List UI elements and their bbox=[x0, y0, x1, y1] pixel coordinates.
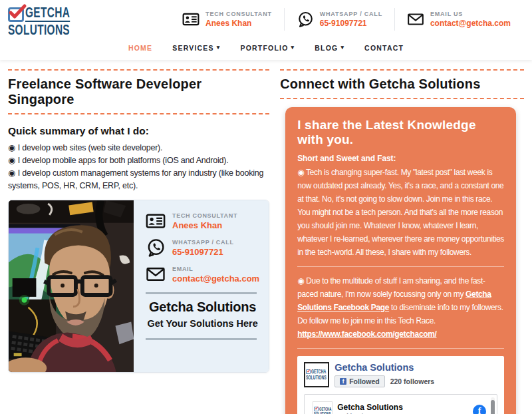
profile-photo bbox=[9, 200, 134, 372]
summary-bullet: ◉I develop custom management systems for… bbox=[8, 167, 269, 192]
page-title: Freelance Software Developer Singapore bbox=[8, 75, 269, 109]
site-header: GETCHA SOLUTIONS TECH CONSULTANT Anees K… bbox=[0, 0, 532, 60]
header-contact-email: EMAIL US contact@getcha.com bbox=[395, 11, 523, 28]
whatsapp-icon bbox=[146, 238, 166, 258]
contact-label: WHATSAPP / CALL bbox=[172, 239, 234, 246]
brand-name-line2: SOLUTIONS bbox=[8, 23, 70, 37]
card-contact-whatsapp: WHATSAPP / CALL 65-91097721 bbox=[146, 238, 259, 258]
post-avatar: ✓GETCHA SOLUTIONS bbox=[313, 401, 332, 414]
facebook-logo-icon[interactable]: f bbox=[473, 405, 486, 414]
profile-card: TECH CONSULTANT Anees Khan WHATSAPP / CA… bbox=[8, 200, 269, 373]
summary-bullet: ◉I develop web sites (web site developer… bbox=[8, 142, 269, 154]
bullet-icon: ◉ bbox=[8, 168, 15, 178]
dashed-divider bbox=[8, 69, 269, 71]
header-contact-consultant: TECH CONSULTANT Anees Khan bbox=[170, 11, 284, 28]
facebook-icon: f bbox=[340, 378, 346, 385]
contact-label: TECH CONSULTANT bbox=[205, 11, 272, 17]
consultant-name-link[interactable]: Anees Khan bbox=[172, 220, 237, 230]
summary-heading: Quick summary of what I do: bbox=[8, 125, 269, 137]
contact-label: WHATSAPP / CALL bbox=[320, 11, 382, 17]
header-contacts: TECH CONSULTANT Anees Khan WHATSAPP / CA… bbox=[170, 4, 523, 31]
main-content: Freelance Software Developer Singapore Q… bbox=[0, 60, 532, 414]
nav-blog[interactable]: BLOG▾ bbox=[315, 44, 344, 52]
logo-checkbox-icon: ✓ bbox=[314, 407, 319, 411]
contact-label: EMAIL bbox=[172, 266, 259, 272]
post-header: ✓GETCHA SOLUTIONS Getcha Solutions on Mo… bbox=[313, 401, 486, 414]
main-nav: HOME SERVICES▾ PORTFOLIO▾ BLOG▾ CONTACT bbox=[0, 37, 532, 60]
panel-heading: I share the Latest Knowledge with you. bbox=[297, 118, 504, 147]
email-icon bbox=[146, 264, 166, 284]
dashed-divider bbox=[280, 98, 524, 99]
facebook-widget-header: ✓GETCHA SOLUTIONS Getcha Solutions fFoll… bbox=[304, 362, 497, 387]
right-column: Connect with Getcha Solutions I share th… bbox=[280, 65, 524, 414]
header-top: GETCHA SOLUTIONS TECH CONSULTANT Anees K… bbox=[0, 0, 532, 37]
post-author-link[interactable]: Getcha Solutions bbox=[337, 403, 468, 412]
nav-portfolio[interactable]: PORTFOLIO▾ bbox=[240, 44, 295, 52]
connect-title: Connect with Getcha Solutions bbox=[280, 75, 524, 94]
facebook-post-frame: ✓GETCHA SOLUTIONS Getcha Solutions on Mo… bbox=[304, 394, 497, 414]
chevron-down-icon: ▾ bbox=[217, 45, 221, 51]
contact-label: EMAIL US bbox=[430, 11, 511, 17]
bullet-icon: ◉ bbox=[8, 143, 15, 152]
header-contact-whatsapp: WHATSAPP / CALL 65-91097721 bbox=[285, 11, 394, 28]
facebook-url-link[interactable]: https://www.facebook.com/getchacom/ bbox=[297, 329, 436, 339]
card-brand-tagline: Get Your Solutions Here bbox=[146, 318, 259, 329]
bullet-icon: ◉ bbox=[8, 156, 15, 165]
phone-link[interactable]: 65-91097721 bbox=[320, 19, 382, 28]
nav-services[interactable]: SERVICES▾ bbox=[172, 44, 220, 52]
contact-label: TECH CONSULTANT bbox=[172, 212, 237, 219]
panel-subheading: Short and Sweet and Fast: bbox=[297, 154, 504, 163]
page-logo: ✓GETCHA SOLUTIONS bbox=[304, 362, 329, 387]
card-contact-consultant: TECH CONSULTANT Anees Khan bbox=[146, 211, 259, 231]
divider bbox=[297, 348, 504, 349]
consultant-name-link[interactable]: Anees Khan bbox=[205, 19, 272, 28]
followed-button[interactable]: fFollowed bbox=[334, 375, 385, 387]
logo-checkbox-icon bbox=[8, 7, 24, 22]
brand-logo[interactable]: GETCHA SOLUTIONS bbox=[8, 4, 96, 37]
knowledge-panel: I share the Latest Knowledge with you. S… bbox=[285, 107, 516, 414]
email-link[interactable]: contact@getcha.com bbox=[430, 19, 511, 28]
left-column: Freelance Software Developer Singapore Q… bbox=[8, 65, 269, 414]
divider bbox=[146, 338, 257, 340]
id-card-icon bbox=[146, 211, 166, 231]
profile-contact-panel: TECH CONSULTANT Anees Khan WHATSAPP / CA… bbox=[134, 200, 269, 372]
scrollbar-thumb[interactable] bbox=[491, 400, 495, 414]
logo-checkbox-icon: ✓ bbox=[306, 369, 311, 374]
id-card-icon bbox=[182, 11, 200, 28]
card-brand-title: Getcha Solutions bbox=[146, 300, 259, 315]
panel-paragraph-3: Do follow me to join me in this Tech Rac… bbox=[297, 316, 436, 325]
brand-name-line1: GETCHA bbox=[25, 5, 70, 22]
chevron-down-icon: ▾ bbox=[340, 45, 344, 51]
panel-paragraph-1: ◉ Tech is changing super-fast. My "lates… bbox=[297, 166, 504, 259]
phone-link[interactable]: 65-91097721 bbox=[172, 247, 234, 257]
dashed-divider bbox=[280, 69, 524, 71]
facebook-page-name-link[interactable]: Getcha Solutions bbox=[334, 362, 434, 373]
card-contact-email: EMAIL contact@getcha.com bbox=[146, 264, 259, 284]
nav-contact[interactable]: CONTACT bbox=[364, 44, 404, 52]
followers-count: 220 followers bbox=[390, 377, 435, 385]
email-link[interactable]: contact@getcha.com bbox=[172, 274, 259, 284]
divider bbox=[146, 292, 257, 294]
nav-home[interactable]: HOME bbox=[128, 44, 152, 52]
divider bbox=[297, 266, 504, 267]
email-icon bbox=[407, 11, 424, 28]
whatsapp-icon bbox=[297, 11, 314, 28]
facebook-page-widget: ✓GETCHA SOLUTIONS Getcha Solutions fFoll… bbox=[297, 356, 504, 414]
dashed-divider bbox=[8, 113, 269, 114]
summary-bullet: ◉I develop mobile apps for both platform… bbox=[8, 154, 269, 167]
panel-paragraph-2: ◉ Due to the multitude of stuff I am sha… bbox=[297, 274, 504, 341]
chevron-down-icon: ▾ bbox=[291, 45, 295, 51]
